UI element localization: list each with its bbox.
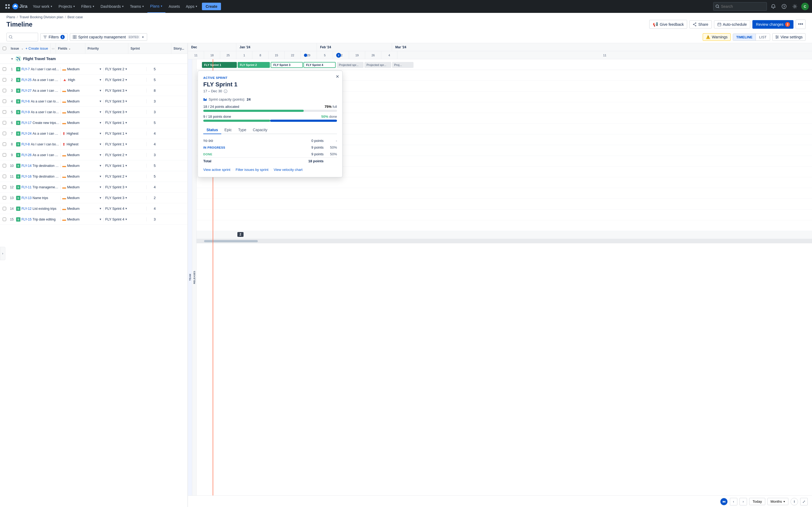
- filters-menu[interactable]: Filters ▼: [79, 0, 97, 13]
- priority-cell[interactable]: ⬆ Highest ▼: [61, 142, 104, 147]
- settings-icon[interactable]: [791, 2, 799, 11]
- issue-checkbox[interactable]: [0, 175, 9, 178]
- breadcrumb-plans[interactable]: Plans: [6, 15, 15, 19]
- your-work-menu[interactable]: Your work ▼: [30, 0, 55, 13]
- sprint-bar-projected-3[interactable]: Proj...: [392, 62, 413, 68]
- priority-cell[interactable]: ▬ Medium ▼: [61, 164, 104, 168]
- priority-cell[interactable]: ▬ Medium ▼: [61, 110, 104, 114]
- jira-logo[interactable]: Jira: [12, 3, 28, 9]
- nav-prev-prev-btn[interactable]: ⏮: [720, 498, 728, 505]
- issue-row[interactable]: 7 S FLY-24 As a user I can cre... ⬆ High…: [0, 128, 188, 139]
- view-settings-button[interactable]: View settings: [772, 33, 806, 41]
- issue-checkbox[interactable]: [0, 164, 9, 167]
- sprint-cell[interactable]: FLY Sprint 3 ▼: [104, 99, 147, 103]
- issue-row[interactable]: 8 S FLY-8 As I user I can book ... ⬆ Hig…: [0, 139, 188, 150]
- sprint-bar-1[interactable]: FLY Sprint 1: [202, 62, 237, 68]
- avatar[interactable]: C: [801, 3, 809, 10]
- popup-tab-capacity[interactable]: Capacity: [249, 126, 270, 133]
- priority-cell[interactable]: ▬ Medium ▼: [61, 217, 104, 222]
- warnings-button[interactable]: ⚠️ Warnings: [703, 33, 731, 41]
- sprint-cell[interactable]: FLY Sprint 2 ▼: [104, 153, 147, 157]
- review-changes-button[interactable]: Review changes 2: [752, 20, 794, 29]
- projects-menu[interactable]: Projects ▼: [56, 0, 78, 13]
- milestone-dot-2[interactable]: 2: [336, 53, 341, 58]
- issue-checkbox[interactable]: [0, 207, 9, 210]
- tab-list[interactable]: LIST: [756, 34, 770, 41]
- issue-row[interactable]: 13 S FLY-13 Name trips ▬ Medium ▼ FLY Sp…: [0, 192, 188, 203]
- auto-schedule-button[interactable]: Auto-schedule: [714, 20, 751, 29]
- sprint-capacity-button[interactable]: Sprint capacity management EDITED ▼: [70, 33, 147, 41]
- issue-key[interactable]: FLY-27: [21, 89, 32, 93]
- sprint-bar-2[interactable]: FLY Sprint 2: [238, 62, 270, 68]
- priority-cell[interactable]: ▬ Medium ▼: [61, 207, 104, 211]
- priority-cell[interactable]: ▬ Medium ▼: [61, 153, 104, 157]
- filters-button[interactable]: Filters 1: [40, 33, 68, 41]
- issue-row[interactable]: 4 S FLY-6 As a user I can log i... ▬ Med…: [0, 96, 188, 107]
- plans-menu[interactable]: Plans ▼: [147, 0, 165, 13]
- teams-menu[interactable]: Teams ▼: [127, 0, 147, 13]
- issue-checkbox[interactable]: [0, 196, 9, 200]
- sprint-cell[interactable]: FLY Sprint 1 ▼: [104, 142, 147, 146]
- issue-row[interactable]: 11 S FLY-16 Trip destination sel... ▬ Me…: [0, 171, 188, 182]
- create-issue-btn[interactable]: + Create issue: [26, 46, 48, 50]
- popup-close-btn[interactable]: ✕: [336, 74, 339, 79]
- issue-key[interactable]: FLY-16: [21, 175, 32, 178]
- issue-checkbox[interactable]: [0, 110, 9, 114]
- apps-menu[interactable]: Apps ▼: [183, 0, 200, 13]
- sprint-cell[interactable]: FLY Sprint 1 ▼: [104, 131, 147, 135]
- sprint-cell[interactable]: FLY Sprint 2 ▼: [104, 67, 147, 71]
- create-button[interactable]: Create: [202, 3, 221, 10]
- sprint-cell[interactable]: FLY Sprint 4 ▼: [104, 217, 147, 221]
- priority-cell[interactable]: ▬ Medium ▼: [61, 185, 104, 189]
- issue-checkbox[interactable]: [0, 153, 9, 157]
- issue-checkbox[interactable]: [0, 218, 9, 221]
- issue-key[interactable]: FLY-12: [21, 207, 32, 211]
- sprint-cell[interactable]: FLY Sprint 1 ▼: [104, 164, 147, 168]
- issue-checkbox[interactable]: [0, 78, 9, 81]
- toolbar-search[interactable]: [6, 33, 38, 41]
- toolbar-search-input[interactable]: [14, 35, 36, 39]
- issue-key[interactable]: FLY-9: [21, 110, 30, 114]
- issue-key[interactable]: FLY-26: [21, 153, 32, 157]
- nav-prev-btn[interactable]: ‹: [730, 498, 738, 505]
- grid-icon[interactable]: [3, 2, 12, 11]
- issue-checkbox[interactable]: [0, 121, 9, 124]
- today-btn[interactable]: Today: [749, 498, 766, 505]
- issue-key[interactable]: FLY-6: [21, 100, 30, 103]
- issue-row[interactable]: 1 S FLY-7 As I user I can edit ... ▬ Med…: [0, 64, 188, 74]
- sprint-cell[interactable]: FLY Sprint 3 ▼: [104, 110, 147, 114]
- issue-row[interactable]: 10 S FLY-14 Trip destination sel... ▬ Me…: [0, 160, 188, 171]
- team-row[interactable]: ▼ ✈️ Flight Travel Team: [0, 54, 188, 64]
- priority-cell[interactable]: ▬ Medium ▼: [61, 89, 104, 93]
- issue-key[interactable]: FLY-14: [21, 164, 32, 168]
- resize-handle[interactable]: ⇔: [50, 43, 56, 54]
- issue-key[interactable]: FLY-25: [21, 78, 32, 82]
- issue-row[interactable]: 15 S FLY-15 Trip date editing ▬ Medium ▼…: [0, 214, 188, 225]
- issue-key[interactable]: FLY-13: [21, 196, 32, 200]
- issue-checkbox[interactable]: [0, 89, 9, 92]
- sprint-cell[interactable]: FLY Sprint 3 ▼: [104, 185, 147, 189]
- sprint-cell[interactable]: FLY Sprint 2 ▼: [104, 174, 147, 178]
- share-button[interactable]: Share: [689, 20, 712, 29]
- dashboards-menu[interactable]: Dashboards ▼: [98, 0, 126, 13]
- assets-menu[interactable]: Assets: [166, 0, 183, 13]
- popup-tab-status[interactable]: Status: [203, 126, 221, 134]
- sprint-cell[interactable]: FLY Sprint 3 ▼: [104, 89, 147, 93]
- issue-row[interactable]: 6 S FLY-17 Create new trips wi... ▬ Medi…: [0, 117, 188, 128]
- months-select[interactable]: Months ▼: [767, 498, 789, 505]
- select-all-cb[interactable]: [0, 47, 9, 50]
- popup-tab-type[interactable]: Type: [235, 126, 249, 133]
- view-active-sprint-link[interactable]: View active sprint: [203, 168, 231, 172]
- sprint-cell[interactable]: FLY Sprint 4 ▼: [104, 207, 147, 211]
- info-btn[interactable]: i: [791, 498, 798, 505]
- priority-cell[interactable]: ▬ Medium ▼: [61, 99, 104, 104]
- priority-cell[interactable]: ▬ Medium ▼: [61, 121, 104, 125]
- issue-checkbox[interactable]: [0, 100, 9, 103]
- issue-key[interactable]: FLY-7: [21, 67, 30, 71]
- issue-key[interactable]: FLY-15: [21, 218, 32, 221]
- sprint-cell[interactable]: FLY Sprint 2 ▼: [104, 78, 147, 82]
- issue-checkbox[interactable]: [0, 132, 9, 135]
- issue-row[interactable]: 3 S FLY-27 As a user I can sav... ▬ Medi…: [0, 85, 188, 96]
- search-input[interactable]: [721, 4, 759, 9]
- sprint-bar-4[interactable]: FLY Sprint 4: [303, 62, 336, 68]
